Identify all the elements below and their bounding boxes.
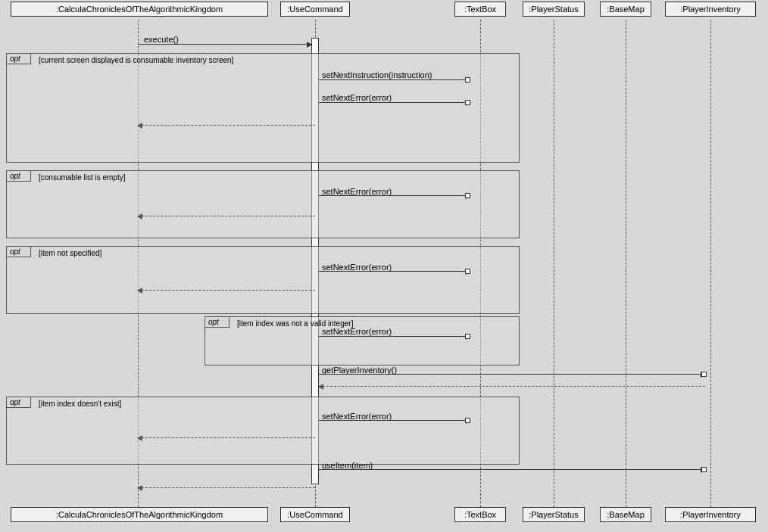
square-useItem — [701, 467, 707, 472]
label-setNextError4: setNextError(error) — [322, 327, 392, 336]
return-arrow-opt3 — [138, 290, 315, 291]
fragment-opt2-guard: [consumable list is empty] — [36, 173, 129, 182]
lifeline-header-textbox: :TextBox — [454, 2, 506, 17]
fragment-opt3-guard: [item not specified] — [36, 248, 105, 258]
square-setNextError3 — [465, 269, 470, 274]
return-arrow-opt2 — [138, 216, 315, 216]
lifeline-playerinventory — [710, 20, 711, 511]
label-setNextError5: setNextError(error) — [322, 412, 392, 421]
fragment-opt1-label: opt — [7, 54, 31, 64]
fragment-opt2: opt [consumable list is empty] — [6, 170, 520, 238]
square-setNextError5 — [465, 418, 470, 423]
fragment-opt3-label: opt — [7, 247, 31, 257]
lifeline-footer-textbox: :TextBox — [454, 507, 506, 522]
lifeline-basemap — [626, 20, 626, 511]
arrow-setNextError1 — [319, 102, 470, 103]
fragment-opt4: opt [item index was not a valid integer] — [204, 316, 520, 366]
lifeline-footer-usecommand: :UseCommand — [280, 507, 350, 522]
label-setNextError3: setNextError(error) — [322, 263, 392, 272]
arrow-useItem — [319, 469, 705, 470]
lifeline-header-calcula: :CalculaChroniclesOfTheAlgorithmicKingdo… — [11, 2, 268, 17]
return-useItem — [138, 487, 315, 488]
lifeline-footer-playerinventory: :PlayerInventory — [665, 507, 756, 522]
arrow-setNextInstruction — [319, 79, 470, 80]
fragment-opt4-label: opt — [205, 317, 229, 328]
fragment-opt2-label: opt — [7, 171, 31, 182]
sequence-diagram: :CalculaChroniclesOfTheAlgorithmicKingdo… — [0, 0, 768, 532]
square-setNextInstruction — [465, 77, 470, 82]
label-setNextError1: setNextError(error) — [322, 93, 392, 102]
square-getPlayerInventory — [701, 372, 707, 377]
lifeline-footer-playerstatus: :PlayerStatus — [523, 507, 585, 522]
fragment-opt5-label: opt — [7, 397, 31, 408]
lifeline-playerstatus — [554, 20, 554, 511]
label-setNextInstruction: setNextInstruction(instruction) — [322, 70, 432, 79]
lifeline-header-playerstatus: :PlayerStatus — [523, 2, 585, 17]
lifeline-footer-calcula: :CalculaChroniclesOfTheAlgorithmicKingdo… — [11, 507, 268, 522]
fragment-opt5: opt [item index doesn't exist] — [6, 397, 520, 465]
label-execute: execute() — [144, 35, 179, 44]
arrow-setNextError4 — [319, 336, 470, 337]
return-arrow-opt5 — [138, 437, 315, 438]
square-setNextError4 — [465, 334, 470, 339]
lifeline-header-basemap: :BaseMap — [600, 2, 651, 17]
lifeline-footer-basemap: :BaseMap — [600, 507, 651, 522]
fragment-opt5-guard: [item index doesn't exist] — [36, 399, 124, 409]
lifeline-header-usecommand: :UseCommand — [280, 2, 350, 17]
label-useItem: useItem(item) — [322, 461, 373, 470]
lifeline-header-playerinventory: :PlayerInventory — [665, 2, 756, 17]
return-getPlayerInventory — [319, 386, 705, 387]
label-getPlayerInventory: getPlayerInventory() — [322, 366, 397, 375]
label-setNextError2: setNextError(error) — [322, 187, 392, 196]
fragment-opt1-guard: [current screen displayed is consumable … — [36, 55, 236, 65]
fragment-opt1: opt [current screen displayed is consuma… — [6, 53, 520, 163]
square-setNextError2 — [465, 193, 470, 198]
square-setNextError1 — [465, 100, 470, 105]
arrow-execute — [138, 44, 311, 45]
return-arrow-opt1 — [138, 125, 315, 126]
fragment-opt3: opt [item not specified] — [6, 246, 520, 314]
